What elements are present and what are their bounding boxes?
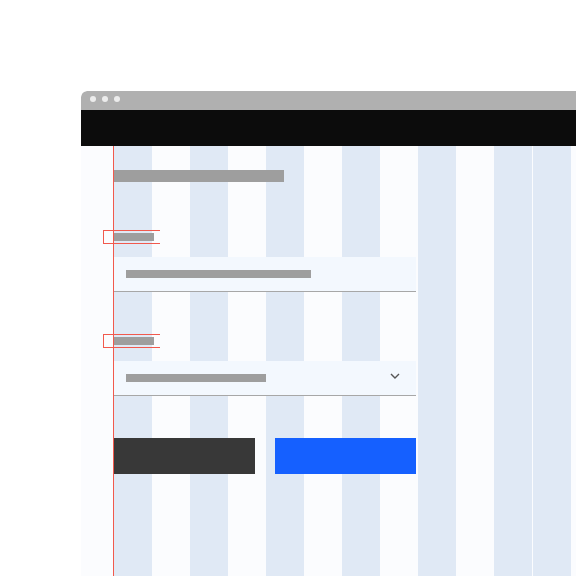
form-field: [114, 334, 416, 396]
form-content: [114, 170, 416, 474]
page-surface: [81, 146, 576, 576]
close-icon[interactable]: [90, 96, 96, 102]
form-actions: [114, 438, 416, 474]
maximize-icon[interactable]: [114, 96, 120, 102]
input-value: [126, 270, 311, 278]
window-controls: [90, 96, 120, 102]
field-label: [114, 233, 154, 241]
select-input[interactable]: [114, 361, 416, 396]
browser-window: [81, 91, 576, 576]
text-input[interactable]: [114, 257, 416, 292]
secondary-button[interactable]: [114, 438, 255, 474]
select-value: [126, 374, 266, 382]
primary-button[interactable]: [275, 438, 416, 474]
window-titlebar: [81, 91, 576, 110]
field-label-highlight: [103, 334, 160, 348]
chevron-down-icon: [390, 371, 400, 381]
page-title: [114, 170, 284, 182]
app-header-bar: [81, 110, 576, 146]
field-label-highlight: [103, 230, 160, 244]
form-field: [114, 230, 416, 292]
minimize-icon[interactable]: [102, 96, 108, 102]
field-label: [114, 337, 154, 345]
